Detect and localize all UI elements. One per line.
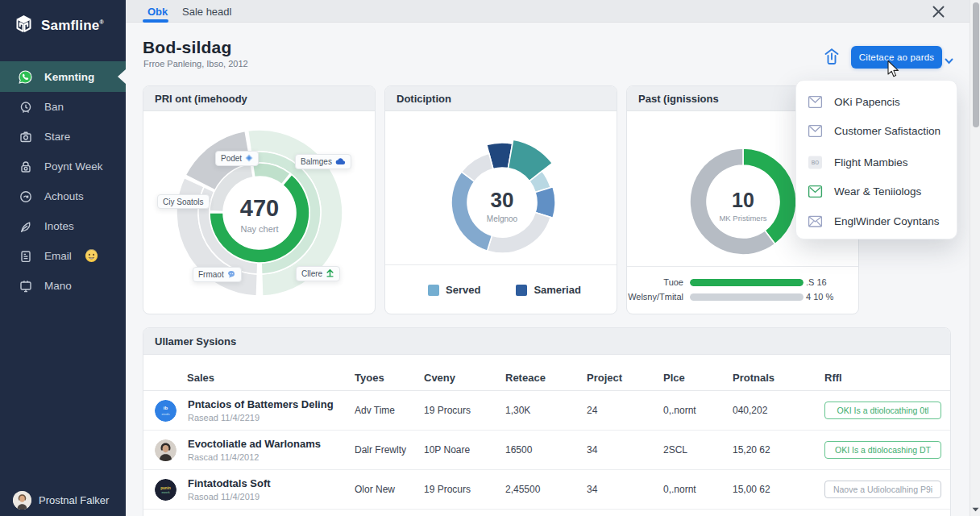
sidebar-item-achouts[interactable]: Achouts bbox=[0, 181, 126, 211]
dropdown-item-label: EnglWinder Coyntans bbox=[834, 215, 940, 227]
table-cell-protnals: 15,20 62 bbox=[733, 444, 824, 456]
sidebar-item-poynt-week[interactable]: Poynt Week bbox=[0, 152, 126, 181]
table-title: Ullamer Sysions bbox=[143, 328, 950, 355]
scrollbar[interactable] bbox=[970, 0, 980, 516]
close-icon[interactable] bbox=[930, 3, 946, 19]
table-cell-plce: 2SCL bbox=[663, 444, 733, 456]
envelope-open-icon bbox=[807, 94, 824, 110]
table-cell-cveny: 10P Noare bbox=[424, 444, 505, 456]
column-header-reteace: Reteace bbox=[505, 372, 587, 384]
envelope-closed-icon bbox=[807, 213, 824, 230]
legend-item-served: Served bbox=[428, 284, 480, 296]
dropdown-item-oki-papencis[interactable]: OKi Papencis bbox=[796, 88, 957, 115]
row-avatar-photo bbox=[155, 439, 176, 461]
donut-center-value: 10 bbox=[707, 189, 779, 212]
legend-swatch bbox=[428, 285, 439, 296]
column-header-tyoes: Tyoes bbox=[355, 372, 424, 384]
sidebar-item-mano[interactable]: Mano bbox=[0, 271, 126, 301]
dropdown-item-englwinder-coyntans[interactable]: EnglWinder Coyntans bbox=[796, 207, 957, 235]
row-action-button[interactable]: Naove a Udiolocalhing P9i bbox=[824, 481, 941, 498]
refresh-icon bbox=[18, 189, 33, 204]
row-name: Evoctoliatle ad Warlonams bbox=[188, 438, 321, 450]
table-cell-plce: 0,.nornt bbox=[663, 484, 733, 495]
whatsapp-icon bbox=[18, 69, 33, 85]
table-row[interactable]: Evoctoliatle ad Warlonams Rascad 11/4/20… bbox=[143, 431, 950, 470]
sidebar-item-ban[interactable]: Ban bbox=[0, 92, 126, 122]
scrollbar-thumb[interactable] bbox=[973, 2, 979, 127]
sidebar-item-label: Email bbox=[44, 250, 72, 262]
dropdown-item-label: OKi Papencis bbox=[834, 96, 900, 108]
bar-fill bbox=[690, 279, 804, 286]
sidebar-item-email[interactable]: Email bbox=[0, 241, 126, 271]
tab-sale-headl[interactable]: Sale headl bbox=[182, 0, 231, 23]
scrollbar-down-arrow[interactable] bbox=[970, 503, 980, 516]
page-subtitle: Frroe Panleing, Ibso, 2012 bbox=[143, 59, 248, 69]
table-cell-reteace: 16500 bbox=[505, 444, 587, 456]
sidebar-item-label: Inotes bbox=[44, 220, 74, 232]
tab-label: Sale headl bbox=[182, 6, 231, 18]
legend-label: Served bbox=[446, 284, 480, 296]
mouse-cursor bbox=[887, 60, 900, 81]
table-cell-type: Dalr Frewlty bbox=[355, 444, 424, 456]
envelope-open-icon bbox=[807, 123, 824, 139]
table-row[interactable]: punin ework Fintatodtals Soft Rasoad 11/… bbox=[143, 470, 950, 510]
sidebar: Samfline® Kemnting Ban S bbox=[0, 0, 126, 516]
sidebar-item-label: Kemnting bbox=[44, 71, 94, 83]
user-avatar bbox=[13, 491, 31, 510]
sidebar-user[interactable]: Prostnal Falker bbox=[13, 491, 109, 510]
cloud-icon bbox=[335, 157, 346, 167]
row-subtext: Rasead 11/4/2219 bbox=[188, 413, 334, 422]
row-avatar-dark: punin ework bbox=[155, 479, 176, 501]
smiley-emoji bbox=[85, 249, 98, 263]
chip-label: Balmges bbox=[301, 157, 332, 166]
row-action-label: Naove a Udiolocalhing P9i bbox=[833, 485, 932, 494]
bar-value: 4 10 % bbox=[806, 292, 833, 302]
table-cell-reteace: 2,45500 bbox=[505, 484, 587, 495]
card-doticiption: Doticiption 30 Melgnoo Served Sameriad bbox=[384, 85, 617, 314]
chart-label-cllere: Cllere bbox=[296, 266, 340, 281]
donut-center-label: 470 Nay chert bbox=[223, 195, 296, 234]
monitor-icon bbox=[18, 278, 33, 293]
sidebar-item-stare[interactable]: Stare bbox=[0, 122, 126, 152]
card-pri-ont: PRI ont (imehoody 470 Nay chert Podet Ba… bbox=[143, 85, 376, 314]
table-cell-type: Adv Time bbox=[355, 405, 424, 416]
row-action-button[interactable]: OKI Is a dtiolocashing DT bbox=[824, 441, 941, 459]
quill-icon bbox=[18, 218, 33, 234]
chevron-down-icon[interactable] bbox=[945, 53, 953, 68]
user-name: Prostnal Falker bbox=[39, 494, 109, 506]
column-header-protnals: Protnals bbox=[733, 372, 824, 384]
legend-label: Sameriad bbox=[534, 284, 581, 296]
dropdown-item-flight-mambies[interactable]: BO Flight Mambies bbox=[796, 148, 957, 176]
tab-bar: Obk Sale headl bbox=[126, 0, 970, 23]
dropdown-item-label: Customer Safistaction bbox=[834, 125, 941, 137]
table-cell-project: 34 bbox=[587, 444, 663, 456]
table-cell-cveny: 19 Procurs bbox=[424, 405, 505, 416]
table-row[interactable]: ib eivds Pntacios of Battemers Deling Ra… bbox=[143, 391, 950, 431]
card-title: PRI ont (imehoody bbox=[143, 86, 375, 111]
table-cell-plce: 0,.nornt bbox=[663, 405, 733, 416]
page-title: Bod-sildag bbox=[143, 38, 232, 57]
table-cell-project: 34 bbox=[587, 484, 663, 495]
svg-text:ework: ework bbox=[161, 491, 169, 494]
table-cell-reteace: 1,30K bbox=[505, 405, 587, 416]
sidebar-item-inotes[interactable]: Inotes bbox=[0, 211, 126, 241]
sidebar-item-kemnting[interactable]: Kemnting bbox=[0, 61, 126, 92]
upload-icon[interactable] bbox=[822, 47, 841, 66]
row-subtext: Rasoad 11/4/2019 bbox=[188, 492, 271, 501]
sidebar-item-label: Achouts bbox=[44, 190, 84, 202]
chip-label: Cllere bbox=[301, 269, 322, 278]
box-icon bbox=[18, 129, 33, 144]
row-subtext: Rascad 11/4/2012 bbox=[188, 452, 321, 462]
dropdown-item-wear-teniiologs[interactable]: Wear & Teniiologs bbox=[796, 177, 957, 205]
row-avatar-blue: ib eivds bbox=[155, 400, 176, 422]
row-action-button[interactable]: OKI Is a dtiolocathing 0tl bbox=[824, 402, 941, 419]
table-header-row: Sales Tyoes Cveny Reteace Project Plce P… bbox=[143, 355, 950, 391]
dropdown-item-customer-safistaction[interactable]: Customer Safistaction bbox=[796, 117, 957, 144]
donut-center-value: 30 bbox=[466, 188, 538, 213]
chip-label: Frmaot bbox=[198, 270, 224, 279]
sidebar-item-label: Stare bbox=[44, 131, 70, 143]
logo-text: Samfline® bbox=[41, 18, 104, 34]
bar-label: Welsny/Tmital bbox=[628, 292, 683, 302]
donut-center-sublabel: MK Pristimers bbox=[707, 214, 779, 223]
table-cell-project: 24 bbox=[587, 405, 663, 416]
